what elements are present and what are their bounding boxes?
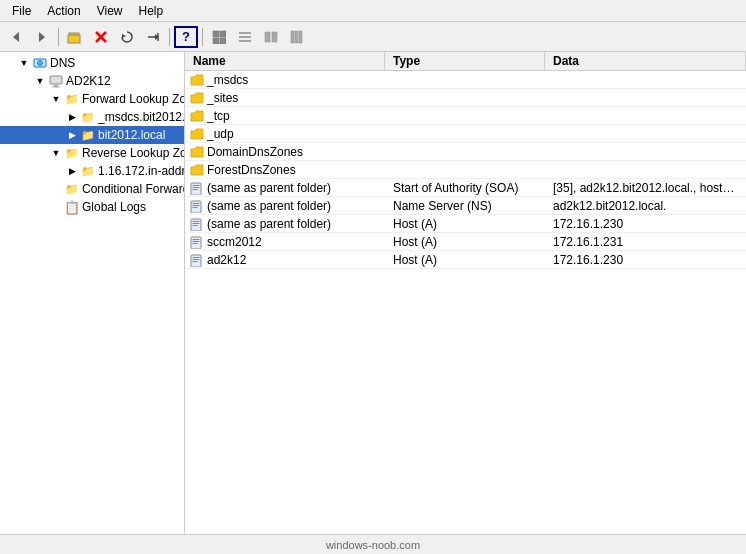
row-name: _udp [207,127,234,141]
row-icon [189,162,205,178]
svg-marker-0 [13,32,19,42]
toolbar-sep-1 [58,28,59,46]
row-icon [189,90,205,106]
tree-item-reverse[interactable]: ▼ 📁 Reverse Lookup Zones [0,144,184,162]
refresh-button[interactable] [115,26,139,48]
tree-item-conditional[interactable]: ▶ 📁 Conditional Forwarders [0,180,184,198]
list-row[interactable]: (same as parent folder)Host (A)172.16.1.… [185,215,746,233]
row-data: [35], ad2k12.bit2012.local., hostmaster.… [545,181,746,195]
view-detail-button[interactable] [233,26,257,48]
tree-label-reverse: Reverse Lookup Zones [80,146,185,160]
tree-panel: ▼ DNS ▼ AD2K [0,52,185,534]
menu-view[interactable]: View [89,2,131,20]
expand-ad2k12[interactable]: ▼ [32,73,48,89]
help-button[interactable]: ? [174,26,198,48]
svg-rect-18 [272,32,277,42]
header-data[interactable]: Data [545,52,746,70]
view-icon-button[interactable] [259,26,283,48]
menu-action[interactable]: Action [39,2,88,20]
list-row[interactable]: _tcp [185,107,746,125]
menu-help[interactable]: Help [131,2,172,20]
row-data: 172.16.1.231 [545,235,746,249]
tree-label-msdcs: _msdcs.bit2012.local [96,110,185,124]
statusbar: windows-noob.com [0,534,746,554]
view-list-button[interactable] [207,26,231,48]
list-row[interactable]: _sites [185,89,746,107]
tree-item-bit2012[interactable]: ▶ 📁 bit2012.local [0,126,184,144]
toolbar-sep-3 [202,28,203,46]
row-name: (same as parent folder) [207,199,331,213]
expand-dns[interactable]: ▼ [16,55,32,71]
tree-item-dns[interactable]: ▼ DNS [0,54,184,72]
menu-file[interactable]: File [4,2,39,20]
row-icon [189,144,205,160]
expand-forward[interactable]: ▼ [48,91,64,107]
svg-rect-10 [213,31,219,37]
row-name: (same as parent folder) [207,181,331,195]
folder-icon: 📁 [64,181,80,197]
row-type: Host (A) [385,217,545,231]
svg-rect-31 [193,187,200,188]
svg-rect-11 [220,31,226,37]
row-name: ForestDnsZones [207,163,296,177]
list-row[interactable]: (same as parent folder)Start of Authorit… [185,179,746,197]
row-name: DomainDnsZones [207,145,303,159]
back-button[interactable] [4,26,28,48]
svg-rect-13 [220,38,226,44]
row-data: ad2k12.bit2012.local. [545,199,746,213]
expand-msdcs[interactable]: ▶ [64,109,80,125]
list-row[interactable]: _msdcs [185,71,746,89]
computer-icon [48,73,64,89]
list-row[interactable]: sccm2012Host (A)172.16.1.231 [185,233,746,251]
row-data: 172.16.1.230 [545,253,746,267]
svg-rect-17 [265,32,270,42]
tree-item-msdcs[interactable]: ▶ 📁 _msdcs.bit2012.local [0,108,184,126]
list-header: Name Type Data [185,52,746,71]
svg-marker-1 [39,32,45,42]
expand-bit2012[interactable]: ▶ [64,127,80,143]
menubar: File Action View Help [0,0,746,22]
tree-label-ad2k12: AD2K12 [64,74,111,88]
delete-button[interactable] [89,26,113,48]
export-button[interactable] [141,26,165,48]
row-name: ad2k12 [207,253,246,267]
tree-label-forward: Forward Lookup Zones [80,92,185,106]
expand-reverse[interactable]: ▼ [48,145,64,161]
svg-rect-46 [193,257,200,258]
svg-rect-26 [50,76,62,84]
svg-marker-6 [122,34,126,38]
expand-inaddr[interactable]: ▶ [64,163,80,179]
svg-rect-48 [193,261,198,262]
svg-rect-43 [193,241,200,242]
svg-rect-38 [193,221,200,222]
list-row[interactable]: _udp [185,125,746,143]
statusbar-text: windows-noob.com [326,539,420,551]
tree-item-inaddr[interactable]: ▶ 📁 1.16.172.in-addr.arpa [0,162,184,180]
tree-label-inaddr: 1.16.172.in-addr.arpa [96,164,185,178]
tree-item-globallogs[interactable]: ▶ 📋 Global Logs [0,198,184,216]
list-row[interactable]: (same as parent folder)Name Server (NS)a… [185,197,746,215]
toolbar-sep-2 [169,28,170,46]
view-tiles-button[interactable] [285,26,309,48]
dns-icon [32,55,48,71]
folder-icon: 📁 [80,163,96,179]
row-type: Host (A) [385,235,545,249]
tree-item-ad2k12[interactable]: ▼ AD2K12 [0,72,184,90]
list-row[interactable]: DomainDnsZones [185,143,746,161]
svg-rect-36 [193,207,198,208]
svg-rect-42 [193,239,200,240]
open-button[interactable] [63,26,87,48]
svg-rect-44 [193,243,198,244]
folder-icon: 📁 [64,91,80,107]
list-row[interactable]: ad2k12Host (A)172.16.1.230 [185,251,746,269]
header-type[interactable]: Type [385,52,545,70]
row-icon [189,126,205,142]
forward-button[interactable] [30,26,54,48]
list-row[interactable]: ForestDnsZones [185,161,746,179]
folder-icon: 📁 [80,109,96,125]
header-name[interactable]: Name [185,52,385,70]
tree-item-forward-lookup[interactable]: ▼ 📁 Forward Lookup Zones [0,90,184,108]
svg-rect-21 [299,31,302,43]
svg-rect-47 [193,259,200,260]
svg-rect-30 [193,185,200,186]
